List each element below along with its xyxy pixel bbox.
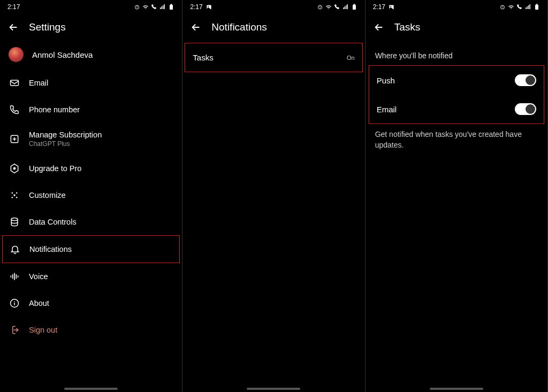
back-arrow-icon[interactable] — [373, 21, 385, 33]
menu-label: Customize — [29, 191, 66, 199]
menu-about[interactable]: About — [2, 290, 180, 317]
wifi-icon — [142, 4, 149, 10]
avatar — [9, 47, 24, 62]
signout-icon — [9, 325, 20, 335]
battery-icon — [351, 4, 357, 10]
settings-screen: 2:17 Settings Anmol Sachdeva Email Phone… — [0, 0, 182, 392]
svg-point-24 — [390, 6, 391, 7]
svg-rect-12 — [11, 275, 12, 277]
battery-icon — [534, 4, 540, 10]
svg-rect-15 — [16, 274, 17, 279]
svg-point-10 — [13, 194, 15, 196]
status-bar: 2:17 — [0, 0, 182, 14]
svg-rect-21 — [353, 5, 356, 10]
menu-label: Email — [29, 79, 48, 87]
profile-row[interactable]: Anmol Sachdeva — [2, 43, 180, 70]
menu-subscription[interactable]: Manage Subscription ChatGPT Plus — [2, 123, 180, 155]
status-icons — [499, 4, 540, 10]
page-title: Tasks — [394, 21, 421, 33]
email-toggle[interactable] — [515, 103, 536, 115]
status-icons — [317, 4, 357, 10]
page-title: Settings — [29, 21, 66, 33]
signal-icon — [525, 4, 531, 10]
push-toggle[interactable] — [515, 74, 536, 86]
menu-signout[interactable]: Sign out — [2, 317, 180, 343]
home-indicator[interactable] — [64, 388, 118, 390]
svg-rect-3 — [11, 80, 19, 86]
status-time: 2:17 — [373, 3, 385, 11]
alarm-icon — [499, 4, 506, 10]
menu-voice[interactable]: Voice — [2, 263, 180, 290]
svg-rect-27 — [536, 4, 537, 5]
status-time: 2:17 — [190, 3, 202, 11]
svg-point-7 — [16, 193, 18, 194]
menu-label: Voice — [29, 272, 48, 281]
wifi-icon — [508, 4, 514, 10]
menu-label: About — [29, 299, 49, 308]
svg-point-8 — [12, 197, 13, 198]
back-arrow-icon[interactable] — [7, 21, 19, 33]
home-indicator[interactable] — [430, 388, 483, 390]
svg-rect-2 — [171, 4, 172, 5]
home-indicator[interactable] — [247, 388, 300, 390]
menu-notifications[interactable]: Notifications — [2, 235, 180, 263]
back-arrow-icon[interactable] — [190, 21, 202, 33]
tasks-screen: 2:17 Tasks Where you'll be notified Push… — [366, 0, 548, 392]
svg-point-9 — [16, 197, 18, 198]
row-value: On — [347, 55, 355, 61]
menu-sublabel: ChatGPT Plus — [29, 140, 102, 148]
battery-icon — [168, 4, 174, 10]
menu-email[interactable]: Email — [2, 70, 180, 96]
menu-data-controls[interactable]: Data Controls — [2, 209, 180, 235]
menu-label: Sign out — [29, 326, 57, 334]
svg-point-5 — [13, 167, 15, 169]
svg-rect-22 — [353, 4, 355, 5]
svg-rect-26 — [535, 5, 538, 10]
svg-point-11 — [11, 218, 18, 221]
menu-label: Manage Subscription — [29, 130, 102, 139]
picture-icon — [389, 4, 394, 10]
phone-icon — [9, 104, 20, 115]
sparkle-icon — [9, 190, 20, 201]
svg-rect-16 — [18, 275, 19, 277]
section-header: Where you'll be notified — [368, 43, 545, 65]
status-time: 2:17 — [7, 3, 20, 11]
alarm-icon — [317, 4, 323, 10]
alarm-icon — [134, 4, 140, 10]
menu-phone[interactable]: Phone number — [2, 96, 180, 123]
menu-label: Phone number — [29, 105, 80, 114]
status-icons — [134, 4, 174, 10]
push-toggle-row: Push — [369, 66, 544, 95]
wifi-icon — [325, 4, 332, 10]
toggle-group-highlight: Push Email — [369, 65, 544, 124]
svg-rect-13 — [12, 274, 13, 279]
status-bar: 2:17 — [182, 0, 364, 14]
app-header: Tasks — [366, 14, 547, 43]
signal-icon — [342, 4, 349, 10]
call-icon — [516, 4, 523, 10]
app-header: Settings — [0, 14, 182, 43]
signal-icon — [159, 4, 166, 10]
bell-icon — [10, 244, 20, 255]
menu-upgrade[interactable]: Upgrade to Pro — [2, 155, 180, 182]
tasks-row[interactable]: Tasks On — [185, 43, 362, 72]
description-text: Get notified when tasks you've created h… — [368, 124, 545, 156]
svg-rect-14 — [14, 273, 15, 280]
svg-rect-1 — [170, 5, 173, 10]
email-toggle-row: Email — [369, 95, 544, 124]
email-icon — [9, 78, 20, 88]
call-icon — [334, 4, 340, 10]
picture-icon — [206, 4, 212, 10]
star-hex-icon — [9, 163, 20, 174]
row-label: Tasks — [193, 53, 213, 62]
status-bar: 2:17 — [366, 0, 547, 14]
svg-point-19 — [208, 6, 209, 7]
profile-name: Anmol Sachdeva — [32, 50, 93, 59]
menu-label: Notifications — [29, 245, 72, 253]
notifications-screen: 2:17 Notifications Tasks On — [182, 0, 365, 392]
call-icon — [151, 4, 157, 10]
app-header: Notifications — [182, 14, 364, 43]
info-icon — [9, 298, 20, 309]
menu-label: Upgrade to Pro — [29, 164, 81, 173]
menu-customize[interactable]: Customize — [2, 182, 180, 209]
